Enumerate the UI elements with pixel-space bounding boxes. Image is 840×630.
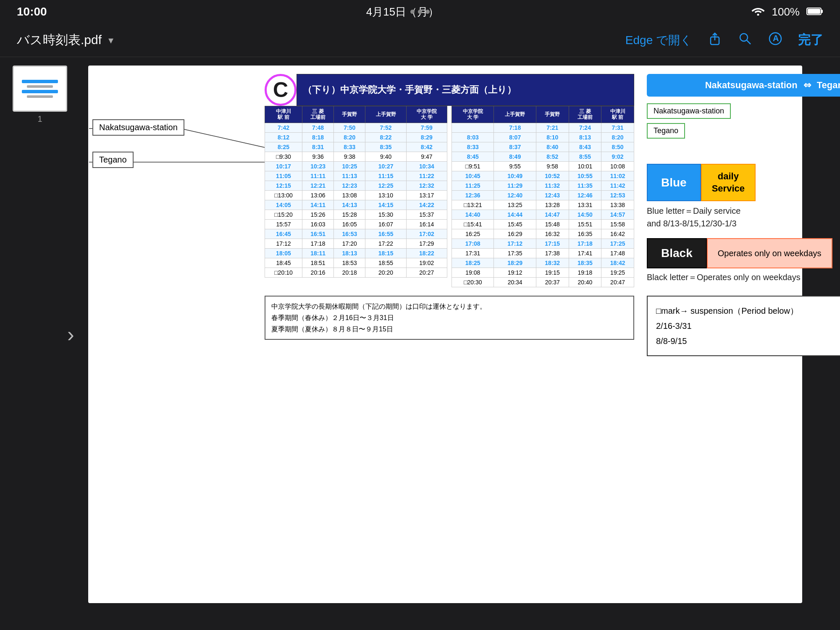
blue-color-box: Blue [647, 164, 701, 201]
page-thumbnail[interactable]: 1 [13, 66, 67, 124]
table-row: 20:27 [406, 268, 447, 277]
col-header-r-kamitegano: 上手賀野 [494, 106, 536, 123]
table-row: 12:43 [536, 190, 569, 200]
schedule-wrapper: 中津川駅 前 三 菱工場前 手賀野 上手賀野 中京学院大 学 7:427:487… [265, 106, 634, 287]
table-row: 16:03 [302, 219, 334, 229]
table-row: 8:31 [302, 142, 334, 152]
table-row: 9:58 [536, 161, 569, 171]
table-row: 12:46 [569, 190, 601, 200]
table-row: 10:08 [601, 161, 634, 171]
table-row: 16:53 [334, 229, 365, 239]
table-row: 9:40 [365, 152, 406, 161]
toolbar-right: Edge で開く A 完了 [625, 31, 823, 49]
table-row: 8:50 [601, 142, 634, 152]
table-row: 14:05 [265, 200, 302, 210]
table-row: 18:22 [406, 248, 447, 258]
table-row: 13:28 [536, 200, 569, 210]
table-row: 13:38 [601, 200, 634, 210]
table-row: 11:25 [452, 181, 494, 190]
table-row: 17:35 [494, 248, 536, 258]
right-panel: Nakatsugawa-station ⇔ Tegano Nakatsugawa… [647, 74, 840, 356]
table-row: 7:31 [601, 123, 634, 132]
table-row: 11:32 [536, 181, 569, 190]
table-row: 15:37 [406, 210, 447, 219]
square-mark-box: □mark→ suspension（Period below）2/16-3/31… [647, 296, 840, 356]
col-header-r-tegano: 手賀野 [536, 106, 569, 123]
done-button[interactable]: 完了 [798, 32, 823, 49]
toolbar-left: バス時刻表.pdf ▾ [17, 32, 113, 49]
table-row: 18:29 [494, 258, 536, 268]
table-row: 11:42 [601, 181, 634, 190]
prev-page-button[interactable]: › [67, 322, 74, 346]
col-header-nakatsu: 中津川駅 前 [265, 106, 302, 123]
table-gap [447, 106, 452, 287]
table-row: □13:21 [452, 200, 494, 210]
toolbar-title: バス時刻表.pdf [17, 32, 102, 49]
table-row: 18:25 [452, 258, 494, 268]
black-legend-description: Black letter＝Operates only on weekdays [647, 272, 840, 283]
table-row: 8:35 [365, 142, 406, 152]
svg-point-0 [757, 13, 759, 16]
col-header-r-mitsubishi: 三 菱工場前 [569, 106, 601, 123]
table-row: 13:08 [334, 190, 365, 200]
right-nakatsugawa-label: Nakatsugawa-station [647, 103, 731, 119]
route-start: Nakatsugawa-station [705, 80, 798, 91]
table-row: 18:51 [302, 258, 334, 268]
chevron-down-icon[interactable]: ▾ [108, 34, 113, 46]
table-row: 8:37 [494, 142, 536, 152]
annotation-tegano-left: Tegano [92, 152, 134, 168]
table-row: 16:51 [302, 229, 334, 239]
table-row: 10:45 [452, 171, 494, 181]
table-row: 14:15 [365, 200, 406, 210]
table-row: 10:17 [265, 161, 302, 171]
table-row: 20:47 [601, 277, 634, 287]
status-dots [410, 10, 430, 14]
svg-point-6 [740, 34, 748, 41]
table-row: 11:29 [494, 181, 536, 190]
direction-text: （下り）中京学院大学・手賀野・三菱方面（上り） [303, 84, 516, 96]
table-row: 16:25 [452, 229, 494, 239]
col-header-chukyo: 中京学院大 学 [406, 106, 447, 123]
table-row: 19:12 [494, 268, 536, 277]
table-row: 18:42 [601, 258, 634, 268]
table-row: 16:42 [601, 229, 634, 239]
bottom-note-line3: 夏季期間（夏休み）８月８日〜９月15日 [271, 323, 627, 335]
table-row: 16:55 [365, 229, 406, 239]
table-row: 11:13 [334, 171, 365, 181]
bottom-note-line1: 中京学院大学の長期休暇期間（下記の期間）は口印は運休となります。 [271, 301, 627, 312]
table-row: 8:42 [406, 142, 447, 152]
table-row: 10:27 [365, 161, 406, 171]
table-row: 9:02 [601, 152, 634, 161]
right-schedule-table: 中京学院大 学 上手賀野 手賀野 三 菱工場前 中津川駅 前 7:187:217… [452, 106, 634, 287]
black-legend-row: Black Operates only on weekdays [647, 238, 840, 268]
table-row: 20:16 [302, 268, 334, 277]
table-row: 9:47 [406, 152, 447, 161]
annotation-icon[interactable]: A [768, 31, 783, 49]
table-row: 9:36 [302, 152, 334, 161]
weekdays-color-box: Operates only on weekdays [707, 238, 832, 268]
table-row: 9:38 [334, 152, 365, 161]
share-icon[interactable] [707, 31, 722, 49]
table-row: 14:22 [406, 200, 447, 210]
toolbar: バス時刻表.pdf ▾ Edge で開く A 完了 [0, 24, 840, 57]
table-row: 10:25 [334, 161, 365, 171]
table-row: 16:35 [569, 229, 601, 239]
table-row: 14:50 [569, 210, 601, 219]
table-row: 12:15 [265, 181, 302, 190]
table-row: 19:08 [452, 268, 494, 277]
table-row: 10:23 [302, 161, 334, 171]
table-row: 11:02 [601, 171, 634, 181]
table-row: 17:18 [569, 239, 601, 248]
search-icon[interactable] [738, 31, 753, 49]
table-row: 15:45 [494, 219, 536, 229]
col-header-kamitegano: 上手賀野 [365, 106, 406, 123]
table-row: 7:48 [302, 123, 334, 132]
table-row: 7:59 [406, 123, 447, 132]
table-row: 12:23 [334, 181, 365, 190]
table-row: 14:40 [452, 210, 494, 219]
table-row: 12:53 [601, 190, 634, 200]
open-in-edge-button[interactable]: Edge で開く [625, 32, 692, 48]
table-row: 17:25 [601, 239, 634, 248]
table-row: 14:47 [536, 210, 569, 219]
annotation-nakatsugawa-left: Nakatsugawa-station [92, 119, 184, 136]
